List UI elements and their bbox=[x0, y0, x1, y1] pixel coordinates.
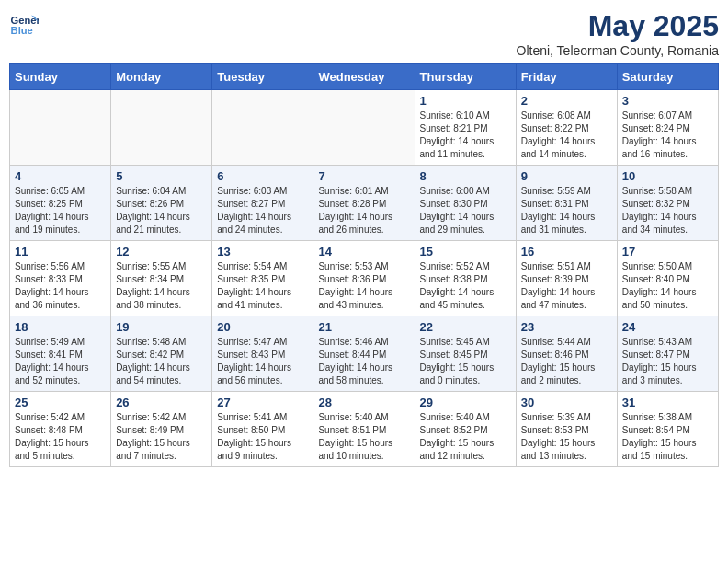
calendar-cell: 17Sunrise: 5:50 AM Sunset: 8:40 PM Dayli… bbox=[617, 241, 718, 316]
calendar-cell: 14Sunrise: 5:53 AM Sunset: 8:36 PM Dayli… bbox=[313, 241, 415, 316]
svg-text:Blue: Blue bbox=[11, 25, 33, 36]
day-info: Sunrise: 5:45 AM Sunset: 8:45 PM Dayligh… bbox=[420, 336, 511, 387]
calendar-cell bbox=[111, 90, 212, 166]
calendar-cell: 19Sunrise: 5:48 AM Sunset: 8:42 PM Dayli… bbox=[111, 316, 212, 392]
day-info: Sunrise: 5:52 AM Sunset: 8:38 PM Dayligh… bbox=[420, 260, 511, 312]
day-number: 12 bbox=[116, 245, 207, 259]
day-number: 26 bbox=[116, 396, 207, 409]
calendar-cell: 2Sunrise: 6:08 AM Sunset: 8:22 PM Daylig… bbox=[516, 90, 617, 166]
day-header-friday: Friday bbox=[516, 64, 617, 90]
day-number: 14 bbox=[318, 245, 409, 259]
location-subtitle: Olteni, Teleorman County, Romania bbox=[517, 43, 719, 58]
day-info: Sunrise: 5:50 AM Sunset: 8:40 PM Dayligh… bbox=[622, 260, 713, 312]
header: General Blue May 2025 Olteni, Teleorman … bbox=[9, 9, 719, 58]
day-number: 22 bbox=[420, 320, 511, 334]
day-info: Sunrise: 5:41 AM Sunset: 8:50 PM Dayligh… bbox=[217, 411, 308, 463]
logo-icon: General Blue bbox=[9, 9, 39, 39]
day-info: Sunrise: 5:38 AM Sunset: 8:54 PM Dayligh… bbox=[622, 411, 713, 463]
calendar-cell: 29Sunrise: 5:40 AM Sunset: 8:52 PM Dayli… bbox=[415, 392, 516, 467]
day-number: 27 bbox=[217, 396, 308, 409]
calendar-cell: 21Sunrise: 5:46 AM Sunset: 8:44 PM Dayli… bbox=[313, 316, 415, 392]
day-info: Sunrise: 6:10 AM Sunset: 8:21 PM Dayligh… bbox=[420, 109, 511, 161]
day-number: 4 bbox=[15, 169, 106, 183]
day-number: 16 bbox=[521, 245, 612, 259]
day-header-thursday: Thursday bbox=[415, 64, 516, 90]
calendar-cell: 7Sunrise: 6:01 AM Sunset: 8:28 PM Daylig… bbox=[313, 166, 415, 241]
day-info: Sunrise: 6:04 AM Sunset: 8:26 PM Dayligh… bbox=[116, 185, 207, 236]
day-header-sunday: Sunday bbox=[10, 64, 111, 90]
day-info: Sunrise: 5:42 AM Sunset: 8:49 PM Dayligh… bbox=[116, 411, 207, 463]
day-number: 6 bbox=[217, 169, 308, 183]
day-number: 1 bbox=[420, 94, 511, 108]
day-info: Sunrise: 6:08 AM Sunset: 8:22 PM Dayligh… bbox=[521, 109, 612, 161]
day-header-wednesday: Wednesday bbox=[313, 64, 415, 90]
day-info: Sunrise: 6:03 AM Sunset: 8:27 PM Dayligh… bbox=[217, 185, 308, 236]
day-number: 18 bbox=[15, 320, 106, 334]
day-number: 28 bbox=[318, 396, 409, 409]
calendar-cell: 5Sunrise: 6:04 AM Sunset: 8:26 PM Daylig… bbox=[111, 166, 212, 241]
day-number: 13 bbox=[217, 245, 308, 259]
logo: General Blue bbox=[9, 9, 39, 39]
day-info: Sunrise: 5:55 AM Sunset: 8:34 PM Dayligh… bbox=[116, 260, 207, 312]
day-info: Sunrise: 5:49 AM Sunset: 8:41 PM Dayligh… bbox=[15, 336, 106, 387]
calendar-cell: 22Sunrise: 5:45 AM Sunset: 8:45 PM Dayli… bbox=[415, 316, 516, 392]
day-info: Sunrise: 5:48 AM Sunset: 8:42 PM Dayligh… bbox=[116, 336, 207, 387]
day-number: 17 bbox=[622, 245, 713, 259]
day-number: 5 bbox=[116, 169, 207, 183]
calendar-cell: 16Sunrise: 5:51 AM Sunset: 8:39 PM Dayli… bbox=[516, 241, 617, 316]
day-info: Sunrise: 6:07 AM Sunset: 8:24 PM Dayligh… bbox=[622, 109, 713, 161]
calendar-cell: 9Sunrise: 5:59 AM Sunset: 8:31 PM Daylig… bbox=[516, 166, 617, 241]
calendar-cell: 28Sunrise: 5:40 AM Sunset: 8:51 PM Dayli… bbox=[313, 392, 415, 467]
day-info: Sunrise: 5:47 AM Sunset: 8:43 PM Dayligh… bbox=[217, 336, 308, 387]
calendar-cell: 30Sunrise: 5:39 AM Sunset: 8:53 PM Dayli… bbox=[516, 392, 617, 467]
day-info: Sunrise: 5:40 AM Sunset: 8:52 PM Dayligh… bbox=[420, 411, 511, 463]
day-number: 29 bbox=[420, 396, 511, 409]
day-info: Sunrise: 6:05 AM Sunset: 8:25 PM Dayligh… bbox=[15, 185, 106, 236]
calendar-cell: 20Sunrise: 5:47 AM Sunset: 8:43 PM Dayli… bbox=[212, 316, 313, 392]
calendar-cell: 18Sunrise: 5:49 AM Sunset: 8:41 PM Dayli… bbox=[10, 316, 111, 392]
day-info: Sunrise: 5:53 AM Sunset: 8:36 PM Dayligh… bbox=[318, 260, 409, 312]
calendar-cell: 26Sunrise: 5:42 AM Sunset: 8:49 PM Dayli… bbox=[111, 392, 212, 467]
day-number: 20 bbox=[217, 320, 308, 334]
calendar-cell: 10Sunrise: 5:58 AM Sunset: 8:32 PM Dayli… bbox=[617, 166, 718, 241]
day-info: Sunrise: 5:59 AM Sunset: 8:31 PM Dayligh… bbox=[521, 185, 612, 236]
day-info: Sunrise: 5:40 AM Sunset: 8:51 PM Dayligh… bbox=[318, 411, 409, 463]
calendar-cell: 24Sunrise: 5:43 AM Sunset: 8:47 PM Dayli… bbox=[617, 316, 718, 392]
day-info: Sunrise: 5:39 AM Sunset: 8:53 PM Dayligh… bbox=[521, 411, 612, 463]
day-number: 11 bbox=[15, 245, 106, 259]
month-title: May 2025 bbox=[517, 9, 719, 43]
day-number: 31 bbox=[622, 396, 713, 409]
day-info: Sunrise: 5:42 AM Sunset: 8:48 PM Dayligh… bbox=[15, 411, 106, 463]
calendar-cell: 27Sunrise: 5:41 AM Sunset: 8:50 PM Dayli… bbox=[212, 392, 313, 467]
day-number: 30 bbox=[521, 396, 612, 409]
day-info: Sunrise: 5:44 AM Sunset: 8:46 PM Dayligh… bbox=[521, 336, 612, 387]
title-area: May 2025 Olteni, Teleorman County, Roman… bbox=[517, 9, 719, 58]
day-number: 3 bbox=[622, 94, 713, 108]
day-info: Sunrise: 5:56 AM Sunset: 8:33 PM Dayligh… bbox=[15, 260, 106, 312]
day-number: 21 bbox=[318, 320, 409, 334]
calendar-cell: 12Sunrise: 5:55 AM Sunset: 8:34 PM Dayli… bbox=[111, 241, 212, 316]
day-number: 9 bbox=[521, 169, 612, 183]
day-number: 19 bbox=[116, 320, 207, 334]
calendar-cell: 31Sunrise: 5:38 AM Sunset: 8:54 PM Dayli… bbox=[617, 392, 718, 467]
day-number: 8 bbox=[420, 169, 511, 183]
calendar-cell bbox=[10, 90, 111, 166]
calendar-cell: 23Sunrise: 5:44 AM Sunset: 8:46 PM Dayli… bbox=[516, 316, 617, 392]
calendar-cell: 15Sunrise: 5:52 AM Sunset: 8:38 PM Dayli… bbox=[415, 241, 516, 316]
day-number: 2 bbox=[521, 94, 612, 108]
calendar-cell: 13Sunrise: 5:54 AM Sunset: 8:35 PM Dayli… bbox=[212, 241, 313, 316]
day-number: 15 bbox=[420, 245, 511, 259]
calendar-cell: 4Sunrise: 6:05 AM Sunset: 8:25 PM Daylig… bbox=[10, 166, 111, 241]
calendar-cell: 11Sunrise: 5:56 AM Sunset: 8:33 PM Dayli… bbox=[10, 241, 111, 316]
day-info: Sunrise: 5:58 AM Sunset: 8:32 PM Dayligh… bbox=[622, 185, 713, 236]
calendar-cell: 6Sunrise: 6:03 AM Sunset: 8:27 PM Daylig… bbox=[212, 166, 313, 241]
day-info: Sunrise: 6:01 AM Sunset: 8:28 PM Dayligh… bbox=[318, 185, 409, 236]
day-info: Sunrise: 5:46 AM Sunset: 8:44 PM Dayligh… bbox=[318, 336, 409, 387]
day-header-monday: Monday bbox=[111, 64, 212, 90]
calendar-cell: 1Sunrise: 6:10 AM Sunset: 8:21 PM Daylig… bbox=[415, 90, 516, 166]
calendar-cell: 3Sunrise: 6:07 AM Sunset: 8:24 PM Daylig… bbox=[617, 90, 718, 166]
calendar-cell: 8Sunrise: 6:00 AM Sunset: 8:30 PM Daylig… bbox=[415, 166, 516, 241]
day-number: 10 bbox=[622, 169, 713, 183]
day-info: Sunrise: 5:43 AM Sunset: 8:47 PM Dayligh… bbox=[622, 336, 713, 387]
day-number: 24 bbox=[622, 320, 713, 334]
